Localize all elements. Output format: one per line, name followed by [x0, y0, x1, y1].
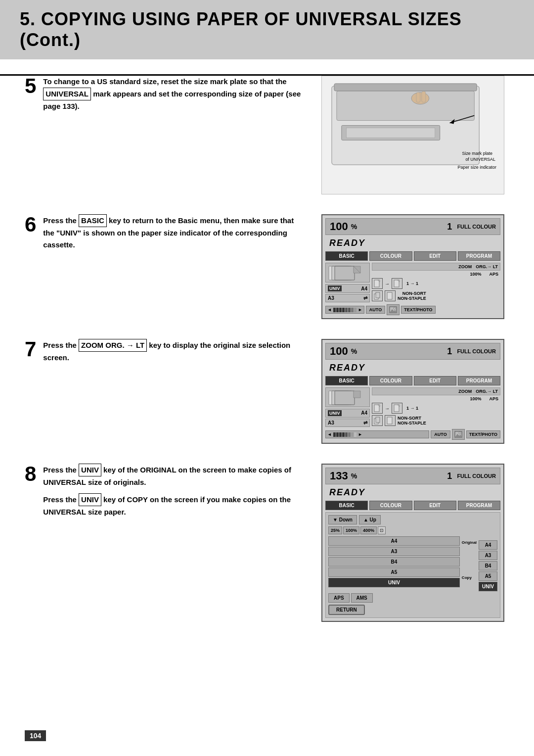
svg-rect-15 — [335, 266, 355, 280]
lcd-copy-a4-8[interactable]: A4 — [479, 540, 497, 550]
lcd-updown-row-8: ▼ Down ▲ Up — [328, 515, 497, 524]
lcd-a3-label-6: A3 — [328, 295, 334, 301]
page: 5. COPYING USING PAPER OF UNIVERSAL SIZE… — [0, 0, 534, 756]
lcd-orig-a3-8[interactable]: A3 — [328, 547, 460, 556]
step-8-left: 8 Press the UNIV key of the ORIGINAL on … — [25, 464, 321, 521]
step-7-left: 7 Press the ZOOM ORG. → LT key to displa… — [25, 339, 321, 367]
svg-rect-4 — [334, 84, 477, 91]
lcd-non-sort-6: NON-SORTNON-STAPLE — [398, 291, 426, 301]
lcd-basic-btn-6[interactable]: BASIC — [325, 251, 368, 261]
lcd-top-bar-8: 133 % 1 FULL COLOUR — [325, 468, 500, 484]
lcd-a4-label-6: A4 — [361, 286, 367, 291]
svg-rect-3 — [347, 128, 435, 138]
lcd-aps-btn-8[interactable]: APS — [328, 593, 350, 603]
lcd-copies-ratio-6: 1 → 1 — [406, 281, 418, 286]
lcd-copy-b4-8[interactable]: B4 — [479, 561, 497, 570]
lcd-basic-btn-8[interactable]: BASIC — [325, 501, 368, 510]
lcd-text-photo-6[interactable]: TEXT/PHOTO — [401, 306, 435, 314]
svg-rect-23 — [376, 292, 380, 298]
page-title: 5. COPYING USING PAPER OF UNIVERSAL SIZE… — [20, 9, 514, 50]
step-6-section: 6 Press the BASIC key to return to the B… — [25, 214, 509, 319]
lcd-sort-icon-6 — [372, 290, 383, 301]
lcd-aps-6: APS — [489, 272, 498, 277]
lcd-menu-row-7: BASIC COLOUR EDIT PROGRAM — [325, 376, 500, 385]
lcd-panel-step8: 133 % 1 FULL COLOUR READY BASIC COLOUR E… — [321, 464, 504, 622]
lcd-a3-cassette-7: A3 ⇌ — [325, 419, 370, 427]
copier-svg: Size mark plate of UNIVERSAL Paper size … — [322, 76, 504, 194]
lcd-25-btn-8[interactable]: 25% — [328, 526, 342, 534]
lcd-text-photo-7[interactable]: TEXT/PHOTO — [466, 430, 500, 438]
lcd-colour-btn-6[interactable]: COLOUR — [369, 251, 412, 261]
lcd-auto-btn-6[interactable]: AUTO — [366, 306, 385, 314]
lcd-orig-b4-8[interactable]: B4 — [328, 557, 460, 567]
lcd-edit-btn-7[interactable]: EDIT — [414, 376, 456, 385]
lcd-col-labels-8: Original Copy — [462, 526, 477, 591]
lcd-org-lt-6: ORG.→ LT — [476, 264, 498, 269]
lcd-orig-univ-8[interactable]: UNIV — [328, 578, 460, 587]
lcd-univ-label-6: UNIV — [328, 285, 342, 291]
svg-rect-18 — [374, 280, 379, 287]
lcd-auto-btn-7[interactable]: AUTO — [431, 430, 450, 438]
lcd-orig-a5-8[interactable]: A5 — [328, 567, 460, 577]
lcd-univ-cassette-6: UNIV A4 — [325, 284, 370, 293]
step-5-text: To change to a US standard size, reset t… — [43, 76, 307, 115]
lcd-settings-area-6: ZOOM ORG.→ LT 100% APS — [372, 263, 500, 302]
lcd-settings-area-7: ZOOM ORG.→ LT 100% APS — [372, 387, 500, 427]
lcd-menu-row-6: BASIC COLOUR EDIT PROGRAM — [325, 251, 500, 261]
lcd-program-btn-6[interactable]: PROGRAM — [458, 251, 500, 261]
lcd-ready-8: READY — [325, 486, 500, 499]
lcd-sort-row-6: NON-SORTNON-STAPLE — [372, 290, 500, 301]
lcd-400-btn-8[interactable]: 400% — [360, 526, 377, 534]
lcd-edit-btn-8[interactable]: EDIT — [414, 501, 456, 510]
lcd-ams-btn-8[interactable]: AMS — [351, 593, 373, 603]
lcd-arrows-6: ⇌ — [363, 295, 367, 301]
svg-point-27 — [394, 307, 396, 309]
lcd-size-selection-8: ▼ Down ▲ Up 25% 100% 400% — [325, 512, 500, 618]
lcd-colour-btn-8[interactable]: COLOUR — [369, 501, 412, 510]
lcd-edit-btn-6[interactable]: EDIT — [414, 251, 456, 261]
lcd-aps-ams-row-8: APS AMS — [328, 593, 497, 603]
lcd-size-grid-8: 25% 100% 400% ⊡ A4 A3 B4 — [328, 526, 497, 591]
svg-rect-30 — [335, 391, 355, 405]
svg-rect-37 — [376, 417, 380, 423]
lcd-basic-btn-7[interactable]: BASIC — [325, 376, 368, 385]
lcd-percent-8: 133 — [330, 470, 348, 482]
lcd-down-btn-8[interactable]: ▼ Down — [328, 515, 357, 524]
lcd-return-btn-8[interactable]: RETURN — [328, 605, 365, 615]
lcd-program-btn-8[interactable]: PROGRAM — [458, 501, 500, 510]
step-7-number: 7 — [25, 339, 36, 360]
lcd-paper-icon-7 — [325, 387, 370, 407]
svg-rect-1 — [337, 91, 474, 121]
step-5-section: 5 To change to a US standard size, reset… — [25, 76, 509, 194]
svg-rect-24 — [387, 292, 392, 299]
lcd-copy-a5-8[interactable]: A5 — [479, 571, 497, 581]
lcd-colour-btn-7[interactable]: COLOUR — [369, 376, 412, 385]
lcd-copy-univ-8[interactable]: UNIV — [479, 582, 497, 591]
lcd-program-btn-7[interactable]: PROGRAM — [458, 376, 500, 385]
lcd-bottom-row-7: ◄ ► — [325, 429, 500, 440]
lcd-doc-icon2-6 — [392, 278, 402, 289]
lcd-full-colour-6: FULL COLOUR — [457, 224, 496, 230]
lcd-body-7: UNIV A4 A3 ⇌ — [325, 387, 500, 427]
step-6-text: Press the BASIC key to return to the Bas… — [43, 214, 307, 254]
lcd-up-btn-8[interactable]: ▲ Up — [359, 515, 381, 524]
lcd-percent-7: 100 — [330, 345, 348, 358]
svg-rect-34 — [394, 405, 399, 412]
paper-icon-svg-6 — [328, 265, 367, 281]
step-5-number: 5 — [25, 76, 36, 96]
lcd-bottom-row-6: ◄ ► — [325, 304, 500, 315]
lcd-orig-a4-8[interactable]: A4 — [328, 536, 460, 546]
lcd-copies-7: 1 — [447, 346, 452, 357]
step-8-right: 133 % 1 FULL COLOUR READY BASIC COLOUR E… — [321, 464, 509, 622]
lcd-doc-icon-6 — [372, 278, 383, 289]
step-7-section: 7 Press the ZOOM ORG. → LT key to displa… — [25, 339, 509, 444]
svg-rect-12 — [422, 92, 426, 102]
lcd-top-bar-7: 100 % 1 FULL COLOUR — [325, 343, 500, 360]
lcd-copy-sizes-8: A4 A3 B4 A5 UNIV — [479, 540, 497, 591]
step-5-left: 5 To change to a US standard size, reset… — [25, 76, 321, 115]
lcd-copy-a3-8[interactable]: A3 — [479, 551, 497, 560]
lcd-100-btn-8[interactable]: 100% — [343, 526, 359, 534]
lcd-copies-6: 1 — [447, 222, 452, 232]
lcd-image-icon-6 — [387, 304, 400, 315]
lcd-panel-step6: 100 % 1 FULL COLOUR READY BASIC COLOUR E… — [321, 214, 504, 319]
